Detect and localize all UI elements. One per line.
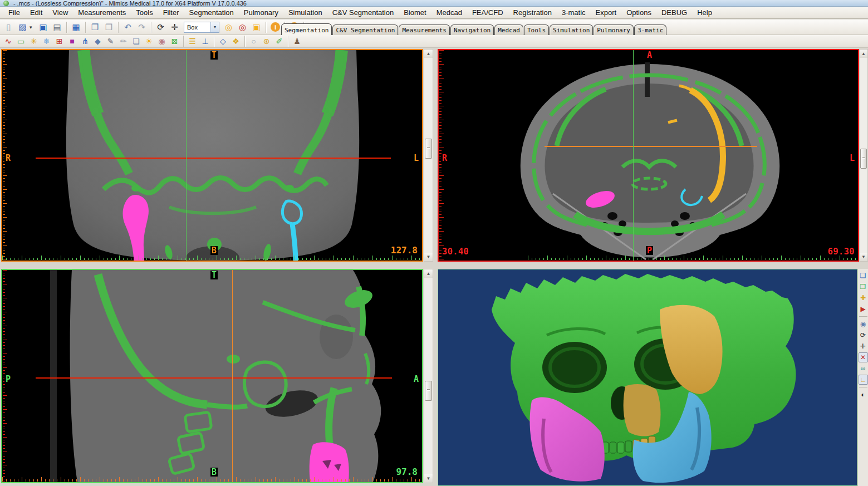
- project-management-icon[interactable]: ▦: [70, 21, 82, 33]
- viewport-layout-icon[interactable]: ❏: [859, 271, 868, 281]
- menu-filter[interactable]: Filter: [158, 7, 184, 18]
- open-menu-arrow-icon[interactable]: ▾: [30, 24, 36, 30]
- menu-edit[interactable]: Edit: [25, 7, 47, 18]
- scroll-down-icon[interactable]: ▼: [860, 253, 867, 261]
- dropdown-arrow-icon[interactable]: ▾: [210, 22, 219, 32]
- region-growing-icon[interactable]: ✳: [28, 36, 40, 47]
- menu-view[interactable]: View: [47, 7, 73, 18]
- scroll-down-icon[interactable]: ▼: [424, 474, 433, 483]
- sagittal-viewport[interactable]: T B P A 97.8: [1, 269, 423, 483]
- menu-medcad[interactable]: Medcad: [431, 7, 467, 18]
- tab-segmentation[interactable]: Segmentation: [281, 23, 332, 35]
- crop-mask-icon[interactable]: ▭: [15, 36, 27, 47]
- pan-3d-icon[interactable]: ✛: [859, 341, 868, 351]
- scene-cube-icon[interactable]: ❒: [859, 282, 868, 292]
- update-views-icon[interactable]: ⟳: [154, 21, 167, 33]
- object-info-icon[interactable]: i: [271, 22, 280, 32]
- menu-segmentation[interactable]: Segmentation: [184, 7, 239, 18]
- smart-expand-icon[interactable]: ☀: [143, 36, 155, 47]
- ortho-views-icon[interactable]: ✚: [859, 293, 868, 303]
- stl-export-icon[interactable]: ◇: [217, 36, 229, 47]
- cavity-fill-3d-icon[interactable]: ○: [248, 36, 259, 47]
- human-orientation-icon[interactable]: ♟: [291, 36, 303, 47]
- menu-file[interactable]: File: [3, 7, 25, 18]
- axial-orientation-right: L: [849, 154, 856, 163]
- morphology-operations-icon[interactable]: ◉: [156, 36, 168, 47]
- tab-pulmonary[interactable]: Pulmonary: [594, 24, 634, 35]
- calculate-3d-objects-icon[interactable]: ⊛: [261, 36, 272, 47]
- window-title: - .mcs - (Lossless Compression)" - Mimic…: [13, 0, 247, 7]
- tab-3matic[interactable]: 3-matic: [634, 24, 666, 35]
- erase-icon[interactable]: ✏: [117, 36, 129, 47]
- open-project-icon[interactable]: ▨: [16, 21, 29, 33]
- crosshair-axes-icon[interactable]: ✕: [859, 352, 868, 362]
- draw-icon[interactable]: ✎: [105, 36, 116, 47]
- menu-options[interactable]: Options: [621, 7, 656, 18]
- coronal-viewport[interactable]: T B R L 127.8: [1, 49, 423, 262]
- coronal-orientation-bottom: B: [210, 246, 218, 255]
- menu-pulmonary[interactable]: Pulmonary: [239, 7, 283, 18]
- menu-3matic[interactable]: 3-matic: [557, 7, 591, 18]
- rotate-pointer-icon[interactable]: ▶: [859, 304, 868, 314]
- selection-mode-dropdown[interactable]: Box ▾: [184, 22, 219, 33]
- edit-mask-3d-icon[interactable]: ❏: [130, 36, 142, 47]
- scroll-down-icon[interactable]: ▼: [424, 253, 433, 261]
- label-tag-icon[interactable]: ❖: [230, 36, 242, 47]
- menu-cv-segmentation[interactable]: C&V Segmentation: [327, 7, 399, 18]
- dynamic-region-growing-icon[interactable]: ❄: [41, 36, 52, 47]
- calculate-3d-from-mask-icon[interactable]: ☰: [187, 36, 198, 47]
- thresholding-icon[interactable]: ∿: [2, 36, 14, 47]
- scroll-up-icon[interactable]: ▲: [424, 50, 433, 58]
- multiple-slice-edit-icon[interactable]: ⋔: [79, 36, 91, 47]
- save-project-icon[interactable]: ▣: [37, 21, 50, 33]
- tab-tools[interactable]: Tools: [524, 24, 549, 35]
- copy-icon[interactable]: ❐: [89, 21, 101, 33]
- axial-scrollbar[interactable]: ▲ ▼: [859, 49, 868, 262]
- redo-icon[interactable]: ↷: [135, 21, 148, 33]
- tab-medcad[interactable]: Medcad: [494, 24, 523, 35]
- rotate-3d-icon[interactable]: ⟳: [859, 330, 868, 340]
- menu-registration[interactable]: Registration: [508, 7, 557, 18]
- scroll-thumb[interactable]: [860, 149, 867, 169]
- scroll-up-icon[interactable]: ▲: [424, 269, 433, 278]
- menu-simulation[interactable]: Simulation: [283, 7, 327, 18]
- new-project-icon[interactable]: ▯: [2, 21, 15, 33]
- sagittal-scrollbar[interactable]: ▲ ▼: [424, 269, 433, 483]
- print-icon[interactable]: ▤: [51, 21, 63, 33]
- cavity-fill-icon[interactable]: ◆: [92, 36, 104, 47]
- menu-fea-cfd[interactable]: FEA/CFD: [467, 7, 508, 18]
- tab-simulation[interactable]: Simulation: [550, 24, 593, 35]
- menu-debug[interactable]: DEBUG: [656, 7, 692, 18]
- menu-help[interactable]: Help: [692, 7, 717, 18]
- visibility-eye-icon[interactable]: ◉: [859, 319, 868, 329]
- edit-masks-icon[interactable]: ■: [66, 36, 78, 47]
- undo-icon[interactable]: ↶: [121, 21, 134, 33]
- paste-icon[interactable]: ❒: [102, 21, 115, 33]
- crop-region-icon[interactable]: ⊠: [169, 36, 180, 47]
- smooth-3d-icon[interactable]: ✐: [273, 36, 285, 47]
- pan-icon[interactable]: ✛: [168, 21, 181, 33]
- axial-viewport[interactable]: A P R L 30.40 69.30: [438, 49, 859, 262]
- zoom-box-icon[interactable]: ▣: [250, 21, 263, 33]
- corner-axes-icon[interactable]: ∟: [859, 375, 868, 385]
- scroll-thumb[interactable]: [425, 139, 432, 159]
- menu-tools[interactable]: Tools: [131, 7, 158, 18]
- zoom-in-icon[interactable]: ◎: [222, 21, 235, 33]
- stereo-glasses-icon[interactable]: ∞: [859, 364, 868, 374]
- menu-measurements[interactable]: Measurements: [73, 7, 131, 18]
- scroll-thumb[interactable]: [425, 381, 432, 401]
- coronal-scrollbar[interactable]: ▲ ▼: [424, 49, 433, 262]
- view3d-viewport[interactable]: [438, 269, 857, 486]
- tab-cv-segmentation[interactable]: C&V Segmentation: [332, 24, 398, 35]
- menu-biomet[interactable]: Biomet: [399, 7, 431, 18]
- menu-export[interactable]: Export: [591, 7, 622, 18]
- toolbar-separator: [183, 36, 184, 47]
- contrast-icon[interactable]: ◐: [859, 390, 868, 400]
- calculate-3d-icon[interactable]: ⊞: [53, 36, 65, 47]
- unzoom-icon[interactable]: ◎: [236, 21, 249, 33]
- tab-navigation[interactable]: Navigation: [450, 24, 494, 35]
- toolbar-separator: [859, 316, 867, 317]
- scroll-up-icon[interactable]: ▲: [860, 50, 867, 58]
- calculate-polylines-icon[interactable]: ⊥: [199, 36, 211, 47]
- tab-measurements[interactable]: Measurements: [399, 24, 449, 35]
